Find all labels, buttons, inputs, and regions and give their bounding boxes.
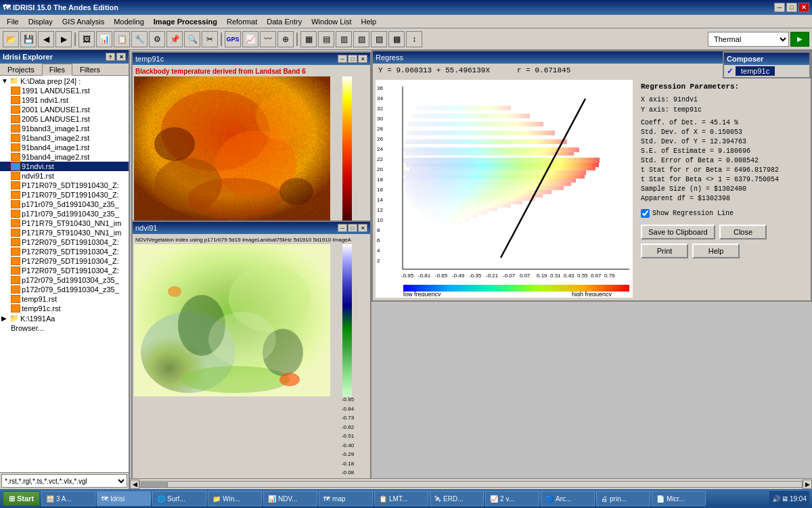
start-button[interactable]: ⊞ Start xyxy=(3,491,40,506)
menu-file[interactable]: File xyxy=(3,16,23,27)
taskbar-item-idrisi[interactable]: 🗺 Idrisi xyxy=(97,491,151,506)
file-tree[interactable]: ▼ 📁 K:\Data prep [24] : 1991 LANDUSE1.rs… xyxy=(0,76,129,472)
menu-help[interactable]: Help xyxy=(357,16,380,27)
toolbar-btn-plus[interactable]: ⊕ xyxy=(277,31,294,47)
toolbar-btn-save[interactable]: 💾 xyxy=(20,31,37,47)
list-item[interactable]: 1991 LANDUSE1.rst xyxy=(0,86,129,95)
toolbar-btn-6[interactable]: 📌 xyxy=(166,31,183,47)
menu-window-list[interactable]: Window List xyxy=(307,16,355,27)
taskbar-item-3a[interactable]: 🪟 3 A... xyxy=(41,491,95,506)
toolbar-btn-grid4[interactable]: ▧ xyxy=(353,31,369,47)
menu-modeling[interactable]: Modeling xyxy=(110,16,148,27)
list-item[interactable]: P171R079_5DT19910430_Z: xyxy=(0,190,129,200)
toolbar-btn-8[interactable]: ✂ xyxy=(202,31,218,47)
list-item[interactable]: p172r079_5d19910304_z35_ xyxy=(0,275,129,285)
list-item[interactable]: P172R079_5DT19910304_Z: xyxy=(0,237,129,247)
list-item[interactable]: p171r079_5d19910430_z35_ xyxy=(0,200,129,209)
list-item[interactable]: 91band3_image2.rst xyxy=(0,133,129,143)
taskbar-item-ndv[interactable]: 📊 NDV... xyxy=(263,491,317,506)
explorer-close-btn[interactable]: ✕ xyxy=(116,53,126,61)
print-button[interactable]: Print xyxy=(641,244,688,258)
list-item[interactable]: P171R079_5DT19910430_Z: xyxy=(0,181,129,190)
list-item[interactable]: 2001 LANDUSE1.rst xyxy=(0,105,129,114)
browser-item[interactable]: Browser... xyxy=(0,323,129,333)
toolbar-btn-2[interactable]: 📊 xyxy=(96,31,112,47)
ndvi91-close[interactable]: ✕ xyxy=(358,224,367,232)
taskbar-item-lmt[interactable]: 📋 LMT... xyxy=(374,491,428,506)
toolbar-btn-3[interactable]: 📋 xyxy=(114,31,130,47)
hscrollbar-thumb[interactable] xyxy=(141,482,168,488)
composer-layer-row[interactable]: ✓ temp91c xyxy=(724,65,809,77)
list-item-selected[interactable]: 91ndvi.rst xyxy=(0,162,129,171)
temp91c-minimize[interactable]: ─ xyxy=(338,55,347,63)
toolbar-btn-grid3[interactable]: ▥ xyxy=(336,31,352,47)
toolbar-btn-5[interactable]: ⚙ xyxy=(149,31,165,47)
toolbar-btn-chart[interactable]: 📈 xyxy=(242,31,258,47)
list-item[interactable]: P172R079_5DT19910304_Z: xyxy=(0,247,129,256)
hscrollbar-track[interactable] xyxy=(139,481,803,488)
list-item[interactable]: 91band4_image1.rst xyxy=(0,143,129,152)
toolbar-btn-cursor[interactable]: ↕ xyxy=(406,31,422,47)
scroll-right-btn[interactable]: ▶ xyxy=(803,480,812,489)
tree-subfolder[interactable]: ▶ 📁 K:\1991Aa xyxy=(0,313,129,323)
close-regress-button[interactable]: Close xyxy=(719,225,767,239)
composer-layer-label[interactable]: temp91c xyxy=(736,66,775,76)
file-filter-select[interactable]: *.rst,*.rgl,*.ts,*.vct,*.vlx,*.vgl xyxy=(1,474,127,488)
list-item[interactable]: 1991 ndvi1.rst xyxy=(0,95,129,105)
show-regression-checkbox[interactable] xyxy=(641,209,650,218)
ndvi91-maximize[interactable]: □ xyxy=(348,224,357,232)
toolbar-btn-grid6[interactable]: ▩ xyxy=(388,31,405,47)
close-button[interactable]: ✕ xyxy=(798,3,809,12)
toolbar-btn-grid2[interactable]: ▤ xyxy=(318,31,334,47)
help-button[interactable]: Help xyxy=(692,244,740,258)
save-clipboard-button[interactable]: Save to Clipboard xyxy=(641,225,715,239)
list-item[interactable]: p172r079_5d19910304_z35_ xyxy=(0,285,129,294)
list-item[interactable]: temp91.rst xyxy=(0,294,129,304)
menu-gis-analysis[interactable]: GIS Analysis xyxy=(58,16,108,27)
toolbar-go-button[interactable]: ▶ xyxy=(790,32,809,47)
toolbar-btn-4[interactable]: 🔧 xyxy=(131,31,148,47)
menu-data-entry[interactable]: Data Entry xyxy=(263,16,306,27)
scroll-left-btn[interactable]: ◀ xyxy=(130,480,139,489)
toolbar-btn-forward[interactable]: ▶ xyxy=(55,31,72,47)
toolbar-btn-7[interactable]: 🔍 xyxy=(184,31,200,47)
taskbar-item-win[interactable]: 📁 Win... xyxy=(208,491,262,506)
toolbar-btn-grid5[interactable]: ▨ xyxy=(371,31,387,47)
list-item[interactable]: ndvi91.rst xyxy=(0,171,129,181)
tab-filters[interactable]: Filters xyxy=(72,64,108,75)
list-item[interactable]: P172R079_5DT19910304_Z: xyxy=(0,266,129,275)
temp91c-close[interactable]: ✕ xyxy=(358,55,367,63)
tab-projects[interactable]: Projects xyxy=(0,64,42,75)
explorer-help-btn[interactable]: ? xyxy=(106,53,115,61)
tree-root[interactable]: ▼ 📁 K:\Data prep [24] : xyxy=(0,76,129,86)
taskbar-item-micr[interactable]: 📄 Micr... xyxy=(652,491,706,506)
taskbar-item-map[interactable]: 🗺 map xyxy=(319,491,373,506)
list-item[interactable]: 91band4_image2.rst xyxy=(0,152,129,162)
list-item[interactable]: P171R79_5T910430_NN1_im xyxy=(0,218,129,228)
tab-files[interactable]: Files xyxy=(42,64,72,76)
toolbar-btn-grid1[interactable]: ▦ xyxy=(300,31,317,47)
list-item[interactable]: 2005 LANDUSE1.rst xyxy=(0,114,129,124)
taskbar-item-erd[interactable]: 🛰 ERD... xyxy=(430,491,484,506)
menu-reformat[interactable]: Reformat xyxy=(223,16,261,27)
temp91c-maximize[interactable]: □ xyxy=(348,55,357,63)
toolbar-btn-1[interactable]: 🖼 xyxy=(78,31,95,47)
minimize-button[interactable]: ─ xyxy=(774,3,785,12)
taskbar-item-prin[interactable]: 🖨 prin... xyxy=(596,491,650,506)
taskbar-item-arc[interactable]: 🔵 Arc... xyxy=(541,491,595,506)
toolbar-btn-open[interactable]: 📂 xyxy=(3,31,19,47)
maximize-button[interactable]: □ xyxy=(786,3,797,12)
list-item[interactable]: P172R079_5DT19910304_Z: xyxy=(0,256,129,266)
toolbar-palette-dropdown[interactable]: Thermal Greyscale Pseudo Rainbow xyxy=(708,32,789,47)
toolbar-btn-wave[interactable]: 〰 xyxy=(260,31,276,47)
list-item[interactable]: 91band3_image1.rst xyxy=(0,124,129,133)
toolbar-btn-gps[interactable]: GPS xyxy=(225,31,241,47)
list-item[interactable]: P171R79_5T910430_NN1_im xyxy=(0,228,129,237)
list-item[interactable]: p171r079_5d19910430_z35_ xyxy=(0,209,129,218)
toolbar-btn-back[interactable]: ◀ xyxy=(38,31,54,47)
taskbar-item-surf[interactable]: 🌐 Surf... xyxy=(152,491,206,506)
menu-display[interactable]: Display xyxy=(24,16,57,27)
taskbar-item-2v[interactable]: 📈 2 v... xyxy=(485,491,539,506)
list-item[interactable]: temp91c.rst xyxy=(0,304,129,313)
ndvi91-minimize[interactable]: ─ xyxy=(338,224,347,232)
